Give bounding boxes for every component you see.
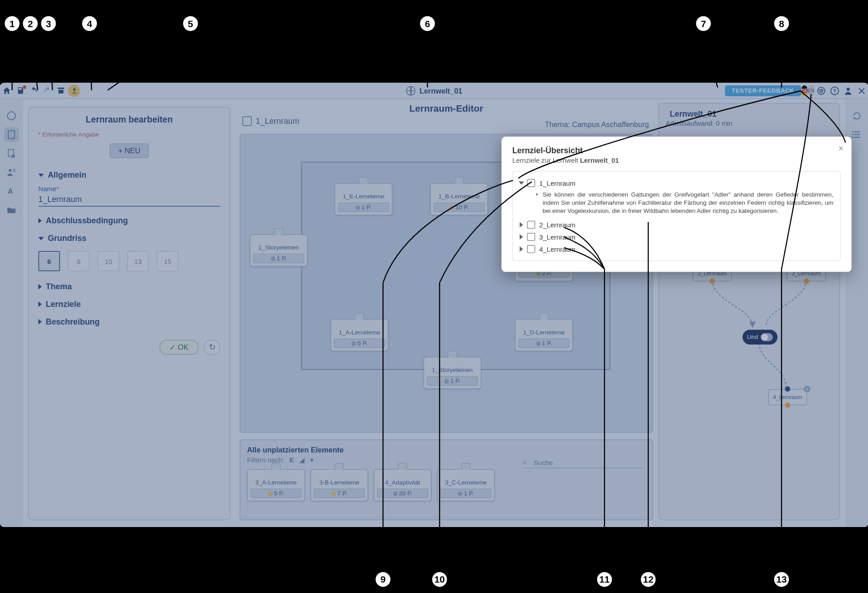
filter-e-icon[interactable]: E <box>289 457 294 464</box>
tester-feedback-button[interactable]: TESTER-FEEDBACK <box>725 85 801 96</box>
archive-icon[interactable] <box>54 84 67 97</box>
unplaced-item-1[interactable]: 3_A-Lerneleme5 P. <box>247 469 305 501</box>
dialog-item-2[interactable]: 2_Lernraum <box>520 219 834 231</box>
callout-1: 1 <box>3 15 21 33</box>
target-icon[interactable] <box>815 84 828 97</box>
language-switch[interactable]: DE EN <box>801 84 815 97</box>
cube-icon <box>527 233 535 241</box>
section-abschluss-label: Abschlussbedingung <box>46 216 128 226</box>
grundriss-opt-10[interactable]: 10 <box>98 251 119 271</box>
svg-line-19 <box>108 32 190 90</box>
rail-avatar-icon[interactable] <box>4 165 19 180</box>
rail-page-icon[interactable] <box>4 127 19 142</box>
rail-world-icon[interactable] <box>4 108 19 123</box>
svg-point-14 <box>852 136 854 138</box>
svg-line-17 <box>48 32 52 90</box>
filter-shoe-icon[interactable]: ◢ <box>299 457 305 464</box>
svg-line-21 <box>703 32 717 87</box>
ok-button[interactable]: ✓ OK <box>160 340 198 355</box>
callout-8: 8 <box>773 15 790 33</box>
canvas-elem-1e[interactable]: 1_E-Lerneleme1 P. <box>335 183 392 215</box>
required-hint: * Erforderliche Angabe <box>38 131 220 138</box>
globe-icon <box>406 86 415 95</box>
dialog-item-2-label: 2_Lernraum <box>539 221 576 229</box>
grundriss-opt-13[interactable]: 13 <box>127 251 149 271</box>
callout-11: 11 <box>596 571 613 588</box>
grundriss-opt-15[interactable]: 15 <box>157 251 179 271</box>
cube-icon <box>527 179 535 187</box>
save-icon[interactable] <box>14 84 27 97</box>
svg-text:?: ? <box>833 88 836 94</box>
rail-folder-icon[interactable] <box>4 202 19 217</box>
close-icon[interactable] <box>855 84 868 97</box>
chevron-right-icon <box>520 235 523 240</box>
home-icon[interactable] <box>0 84 14 97</box>
canvas-elem-1a[interactable]: 1_A-Lerneleme5 P. <box>330 319 388 351</box>
svg-text:A: A <box>8 188 13 195</box>
cube-icon <box>527 221 535 229</box>
left-rail: A <box>0 99 23 527</box>
help-icon[interactable]: ? <box>828 84 841 97</box>
section-abschluss[interactable]: Abschlussbedingung <box>38 212 220 230</box>
dialog-item-4[interactable]: 4_Lernraum <box>520 243 834 255</box>
theme-text: Thema: Campus Aschaffenburg <box>545 121 649 129</box>
rail-refresh-icon[interactable] <box>849 108 864 123</box>
section-grundriss[interactable]: Grundriss <box>38 230 220 247</box>
name-input[interactable] <box>38 193 220 207</box>
redo-icon[interactable] <box>40 84 54 97</box>
dialog-close-icon[interactable]: × <box>838 143 843 153</box>
right-title: Lernwelt_01 <box>666 109 833 118</box>
dialog-item-3[interactable]: 3_Lernraum <box>520 231 834 243</box>
canvas-elem-1b[interactable]: 1_B-Lerneleme10 P. <box>430 183 488 215</box>
rail-search-doc-icon[interactable] <box>4 146 19 161</box>
canvas-elem-story2[interactable]: 1_Storyelemen1 P. <box>424 357 481 389</box>
rail-text-icon[interactable]: A <box>4 184 19 198</box>
dialog-item-1[interactable]: 1_Lernraum <box>520 177 834 189</box>
right-sub: Arbeitsaufwand: 0 min <box>666 120 833 127</box>
section-lernziele-label: Lernziele <box>46 300 80 309</box>
chevron-right-icon <box>520 222 523 228</box>
grundriss-opt-8[interactable]: 8 <box>68 251 90 271</box>
section-allgemein-label: Allgemein <box>48 170 86 180</box>
canvas-elem-story1[interactable]: 1_Storyelemen1 P. <box>250 234 307 266</box>
unplaced-item-3[interactable]: 4_Adaptivität20 P. <box>373 469 431 501</box>
dialog-item-1-label: 1_Lernraum <box>539 179 576 187</box>
section-thema[interactable]: Thema <box>38 278 220 296</box>
graph-logic-and[interactable]: Und <box>742 330 777 345</box>
lang-en-icon[interactable]: EN <box>808 85 815 96</box>
callout-3: 3 <box>40 15 57 33</box>
svg-line-16 <box>30 32 38 90</box>
section-allgemein[interactable]: Allgemein <box>38 166 220 184</box>
left-panel: Lernraum bearbeiten * Erforderliche Anga… <box>28 107 231 520</box>
callout-2: 2 <box>22 15 39 33</box>
callout-4: 4 <box>81 15 99 33</box>
callout-5: 5 <box>182 15 199 33</box>
lang-de-icon[interactable]: DE <box>801 85 808 96</box>
section-lernziele[interactable]: Lernziele <box>38 296 220 313</box>
canvas-elem-1d[interactable]: 1_D-Lerneleme1 P. <box>515 319 573 351</box>
world-title: Lernwelt_01 <box>406 86 462 95</box>
unplaced-search[interactable]: Suche <box>523 458 644 469</box>
section-beschreibung[interactable]: Beschreibung <box>38 313 220 330</box>
filter-hat-icon[interactable]: ▾ <box>310 457 313 464</box>
callout-12: 12 <box>640 571 657 588</box>
panel-title: Lernraum bearbeiten <box>38 114 220 124</box>
user-icon[interactable] <box>841 84 855 97</box>
svg-point-2 <box>821 90 822 91</box>
callout-7: 7 <box>695 15 712 33</box>
dialog-item-1-goal: Sie können die verschiedenen Gattungen d… <box>520 189 834 219</box>
rail-list-icon[interactable] <box>849 127 864 142</box>
graph-node-4[interactable]: 4_Lernraum× <box>768 389 807 405</box>
svg-rect-8 <box>8 150 14 157</box>
svg-point-10 <box>9 169 11 172</box>
grundriss-opt-6[interactable]: 6 <box>38 251 60 271</box>
cube-icon <box>527 245 535 254</box>
svg-point-12 <box>852 131 854 132</box>
unplaced-item-4[interactable]: 3_C-Lerneleme1 P. <box>437 469 495 501</box>
upload-icon[interactable] <box>67 84 81 97</box>
unplaced-item-2[interactable]: 3-B-Lerneleme7 P. <box>310 469 368 501</box>
reset-button[interactable]: ↻ <box>204 340 220 355</box>
new-button[interactable]: + NEU <box>109 143 149 158</box>
callout-9: 9 <box>374 571 392 588</box>
undo-icon[interactable] <box>27 84 41 97</box>
